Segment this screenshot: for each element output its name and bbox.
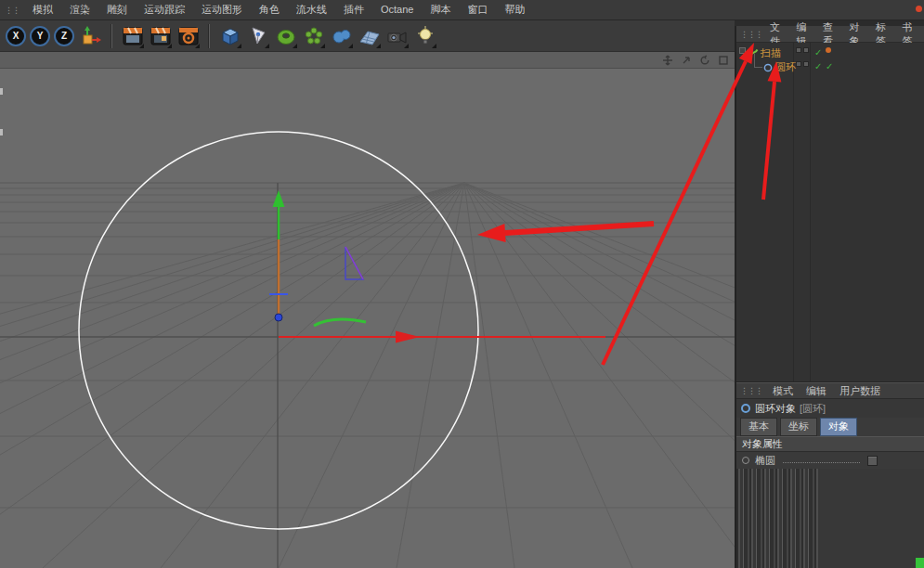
viewport-header: [0, 52, 735, 69]
section-tab-coord[interactable]: 坐标: [780, 418, 817, 436]
x-axis-handle[interactable]: [279, 331, 605, 343]
object-row-circle[interactable]: 圆环 ✓ ✓: [736, 60, 924, 74]
enabled-check-icon[interactable]: ✓: [814, 61, 822, 72]
enabled-check-icon[interactable]: ✓: [814, 47, 822, 58]
object-row-sweep[interactable]: 扫描 ✓: [736, 46, 924, 60]
edge-mark: [0, 129, 3, 136]
viewport[interactable]: [0, 52, 735, 568]
circle-object-icon: [741, 404, 750, 413]
camera-icon: [385, 24, 410, 48]
origin-point[interactable]: [275, 314, 282, 321]
viewport-rotate-icon[interactable]: [698, 54, 711, 67]
menu-item-octane[interactable]: Octane: [372, 0, 422, 19]
app-status-dot: [916, 6, 922, 12]
volume-blob-button[interactable]: [329, 22, 354, 49]
viewport-maximize-icon[interactable]: [717, 54, 730, 67]
cube-icon: [218, 24, 242, 48]
sweep-object-icon: [748, 48, 759, 60]
ellipse-checkbox[interactable]: [867, 456, 878, 466]
menu-item-character[interactable]: 角色: [251, 0, 288, 19]
axis-z-lock-button[interactable]: Z: [54, 26, 74, 46]
mograph-icon: [302, 24, 326, 48]
menu-item-sculpt[interactable]: 雕刻: [98, 0, 136, 19]
menu-item-window[interactable]: 窗口: [459, 0, 496, 19]
camera-button[interactable]: [384, 22, 410, 49]
profile-triangle: [345, 247, 363, 279]
right-panel: ⋮⋮⋮ 文件 编辑 查看 对象 标签 书签 扫描 ✓: [735, 26, 924, 568]
coordinate-system-icon: [79, 24, 103, 48]
object-manager-tabbar: ⋮⋮⋮ 文件 编辑 查看 对象 标签 书签: [736, 26, 924, 43]
menu-item-mograph[interactable]: 运动图形: [193, 0, 251, 19]
sweep-curve: [314, 319, 366, 326]
object-name-circle[interactable]: 圆环: [775, 61, 796, 73]
circle-spline-icon: [763, 63, 773, 74]
viewport-pan-icon[interactable]: [661, 54, 674, 67]
torus-icon: [274, 24, 298, 48]
render-view-icon: [121, 24, 145, 48]
dotted-leader: [783, 455, 860, 463]
menu-item-simulate[interactable]: 模拟: [24, 0, 61, 19]
section-tab-basic[interactable]: 基本: [740, 418, 777, 436]
edge-mark: [0, 88, 3, 95]
render-view-button[interactable]: [120, 22, 145, 49]
menubar-grip-icon[interactable]: ⋮⋮: [0, 6, 24, 15]
coordinate-system-button[interactable]: [78, 22, 103, 49]
menu-item-motion-tracker[interactable]: 运动跟踪: [136, 0, 193, 19]
attribute-object-title: 圆环对象 [圆环]: [736, 399, 924, 418]
render-picture-viewer-button[interactable]: [148, 22, 173, 49]
am-tab-userdata[interactable]: 用户数据: [834, 384, 886, 398]
keyframe-dot-icon[interactable]: [742, 457, 749, 464]
menu-item-pipeline[interactable]: 流水线: [288, 0, 335, 19]
object-name-sweep[interactable]: 扫描: [761, 47, 781, 59]
menu-item-render[interactable]: 渲染: [61, 0, 98, 19]
corner-artifact: [916, 558, 924, 568]
axis-x-lock-button[interactable]: X: [6, 26, 26, 46]
object-properties-header: 对象属性: [736, 436, 924, 452]
floor-environment-button[interactable]: [357, 22, 382, 49]
y-axis-handle[interactable]: [273, 190, 285, 316]
toolbar-separator: [208, 24, 210, 48]
pen-spline-button[interactable]: [245, 22, 270, 49]
panel-grip-icon[interactable]: ⋮⋮⋮: [740, 30, 762, 39]
editor-visibility-dot[interactable]: [796, 47, 801, 53]
editor-visibility-dot[interactable]: [796, 61, 801, 67]
viewport-canvas[interactable]: [0, 52, 735, 568]
render-visibility-dot[interactable]: [803, 61, 809, 67]
world-axis-lines: [0, 183, 735, 568]
menubar: ⋮⋮ 模拟 渲染 雕刻 运动跟踪 运动图形 角色 流水线 插件 Octane 脚…: [0, 0, 924, 20]
viewport-zoom-icon[interactable]: [680, 54, 693, 67]
am-tab-mode[interactable]: 模式: [767, 384, 799, 398]
light-button[interactable]: [412, 22, 437, 49]
menu-item-help[interactable]: 帮助: [496, 0, 533, 19]
volume-icon: [330, 24, 354, 48]
render-visibility-dot[interactable]: [803, 47, 809, 53]
column-divider: [810, 43, 811, 381]
layer-icon[interactable]: [739, 47, 746, 54]
attribute-manager-tabbar: ⋮⋮⋮ 模式 编辑 用户数据: [736, 382, 924, 399]
object-title-suffix: [圆环]: [800, 402, 826, 416]
render-settings-icon: [176, 24, 201, 48]
toolbar-separator: [111, 24, 112, 48]
panel-grip-icon[interactable]: ⋮⋮⋮: [740, 386, 762, 395]
pen-icon: [246, 24, 270, 48]
light-icon: [413, 24, 437, 48]
axis-y-lock-button[interactable]: Y: [30, 26, 50, 46]
object-tree[interactable]: 扫描 ✓ 圆环 ✓ ✓: [736, 43, 924, 382]
panel-stripe-artifact: [736, 469, 820, 568]
am-tab-edit[interactable]: 编辑: [800, 384, 832, 398]
toolbar: X Y Z: [0, 20, 735, 52]
menu-item-plugins[interactable]: 插件: [335, 0, 372, 19]
enabled-check-icon[interactable]: ✓: [826, 61, 833, 72]
mograph-array-button[interactable]: [301, 22, 326, 49]
torus-deformer-button[interactable]: [273, 22, 298, 49]
menu-item-script[interactable]: 脚本: [422, 0, 459, 19]
state-dot-icon[interactable]: [826, 47, 831, 53]
column-divider: [793, 43, 794, 381]
floor-icon: [358, 24, 382, 48]
ground-grid: [0, 183, 735, 568]
edit-render-settings-button[interactable]: [176, 22, 201, 49]
attribute-section-tabs: 基本 坐标 对象: [736, 418, 924, 436]
primitive-cube-button[interactable]: [217, 22, 242, 49]
panel-empty-area: [820, 469, 924, 568]
section-tab-object[interactable]: 对象: [820, 418, 857, 436]
